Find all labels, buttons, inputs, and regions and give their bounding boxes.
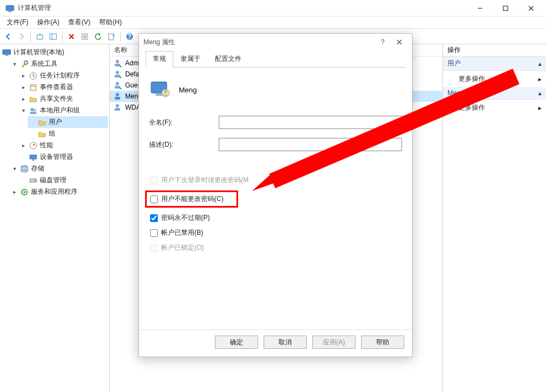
properties-button[interactable] — [79, 30, 91, 43]
svg-point-41 — [116, 71, 119, 74]
svg-rect-3 — [503, 6, 508, 11]
dialog-title-bar[interactable]: Meng 属性 ? — [139, 34, 412, 50]
svg-rect-42 — [115, 75, 120, 78]
actions-group-meng[interactable]: Meng ▴ — [443, 87, 546, 100]
svg-point-47 — [116, 104, 119, 107]
tree-system-tools-label: 系统工具 — [31, 59, 58, 69]
tree-task-scheduler[interactable]: ▸任务计划程序 — [19, 70, 108, 81]
tab-memberof[interactable]: 隶属于 — [173, 51, 208, 68]
svg-rect-1 — [8, 11, 12, 12]
user-icon — [113, 70, 122, 79]
svg-point-27 — [34, 109, 37, 111]
fullname-input[interactable] — [219, 116, 402, 129]
cancel-button[interactable]: 取消 — [264, 336, 307, 349]
user-icon — [113, 92, 122, 101]
description-label: 描述(D): — [149, 140, 219, 149]
svg-point-45 — [116, 93, 119, 96]
menu-view[interactable]: 查看(V) — [64, 17, 95, 28]
svg-rect-30 — [30, 155, 37, 159]
svg-point-38 — [23, 191, 25, 193]
checkbox-account-locked — [150, 244, 158, 252]
close-button[interactable] — [518, 0, 544, 17]
up-button[interactable] — [34, 30, 46, 43]
device-icon — [29, 153, 38, 162]
chevron-right-icon: ▸ — [20, 84, 27, 90]
tree-groups[interactable]: 组 — [28, 128, 108, 140]
chevron-down-icon: ▾ — [20, 107, 27, 114]
delete-button[interactable] — [65, 30, 78, 43]
svg-rect-7 — [50, 34, 56, 39]
shared-folder-icon — [29, 95, 38, 104]
tree-users[interactable]: 用户 — [28, 116, 108, 128]
chevron-right-icon: ▸ — [20, 142, 27, 148]
tree-shared-folders[interactable]: ▸共享文件夹 — [19, 93, 108, 105]
menu-file[interactable]: 文件(F) — [2, 17, 33, 28]
tree-event-viewer[interactable]: ▸事件查看器 — [19, 81, 108, 93]
menu-action[interactable]: 操作(A) — [33, 17, 64, 28]
checkbox-cannot-change-row[interactable]: 用户不能更改密码(C) — [145, 190, 238, 208]
refresh-button[interactable] — [92, 30, 104, 43]
tree-device-manager[interactable]: 设备管理器 — [19, 151, 108, 163]
chevron-down-icon: ▾ — [11, 61, 18, 67]
dialog-body: Meng 全名(F): 描述(D): 用户下次登录时须更改密码(M 用户不能更改… — [139, 68, 412, 329]
ok-button[interactable]: 确定 — [215, 336, 258, 349]
clock-icon — [29, 71, 38, 80]
menu-help[interactable]: 帮助(H) — [95, 17, 126, 28]
app-icon — [6, 4, 14, 13]
help-button[interactable]: ? — [123, 30, 136, 43]
svg-rect-46 — [115, 97, 120, 100]
tree-system-tools[interactable]: ▾ 系统工具 — [10, 58, 108, 70]
forward-button[interactable] — [16, 30, 28, 43]
svg-rect-0 — [6, 6, 14, 11]
export-list-button[interactable] — [105, 30, 117, 43]
svg-point-39 — [116, 60, 119, 63]
checkbox-never-expires-row[interactable]: 密码永不过期(P) — [150, 213, 402, 223]
maximize-button[interactable] — [493, 0, 518, 17]
tree-local-users-groups[interactable]: ▾本地用户和组 — [19, 105, 108, 116]
window-title: 计算机管理 — [18, 3, 51, 13]
svg-rect-15 — [109, 34, 114, 40]
dialog-tabs: 常规 隶属于 配置文件 — [146, 50, 405, 68]
collapse-icon: ▴ — [538, 60, 542, 68]
dialog-close-button[interactable] — [391, 34, 408, 50]
dialog-user-name: Meng — [179, 86, 197, 94]
tab-profile[interactable]: 配置文件 — [208, 51, 249, 68]
back-button[interactable] — [2, 30, 14, 43]
tree-storage[interactable]: ▾存储 — [10, 163, 108, 174]
checkbox-disabled-row[interactable]: 帐户已禁用(B) — [150, 228, 402, 238]
svg-rect-6 — [37, 35, 43, 39]
tree-services-apps[interactable]: ▸服务和应用程序 — [10, 186, 108, 198]
disk-icon — [29, 176, 38, 185]
checkbox-cannot-change[interactable] — [150, 195, 158, 203]
apply-button[interactable]: 应用(A) — [312, 336, 356, 349]
show-hide-tree-button[interactable] — [47, 30, 59, 43]
help-dialog-button[interactable]: 帮助 — [361, 336, 404, 349]
chevron-down-icon: ▾ — [11, 166, 18, 172]
tree-performance[interactable]: ▸性能 — [19, 140, 108, 151]
collapse-icon: ▴ — [538, 89, 542, 97]
tree-disk-mgmt[interactable]: 磁盘管理 — [19, 174, 108, 186]
tree-pane: 计算机管理(本地) ▾ 系统工具 ▸任务计划程序 ▸事件查看器 ▸共享文件夹 — [0, 44, 110, 392]
actions-group-user[interactable]: 用户 ▴ — [443, 56, 546, 71]
description-input[interactable] — [219, 138, 402, 151]
minimize-button[interactable] — [467, 0, 493, 17]
svg-point-34 — [21, 170, 28, 172]
tree-root[interactable]: 计算机管理(本地) — [1, 47, 108, 58]
tools-icon — [20, 60, 29, 69]
performance-icon — [29, 141, 38, 150]
actions-more-user[interactable]: 更多操作 ▸ — [443, 71, 546, 87]
event-icon — [29, 83, 38, 92]
dialog-help-button[interactable]: ? — [374, 34, 391, 50]
title-bar: 计算机管理 — [0, 0, 546, 17]
fullname-label: 全名(F): — [149, 118, 219, 127]
actions-more-meng[interactable]: 更多操作 ▸ — [443, 100, 546, 116]
checkbox-account-disabled[interactable] — [150, 229, 158, 237]
svg-rect-48 — [115, 108, 120, 111]
properties-dialog: Meng 属性 ? 常规 隶属于 配置文件 Meng 全名(F): 描述(D):… — [138, 33, 413, 357]
checkbox-never-expires[interactable] — [150, 214, 158, 222]
tab-general[interactable]: 常规 — [146, 51, 173, 68]
chevron-right-icon: ▸ — [538, 104, 542, 112]
svg-rect-28 — [30, 112, 37, 114]
dialog-title: Meng 属性 — [143, 38, 175, 47]
svg-rect-52 — [156, 94, 162, 96]
